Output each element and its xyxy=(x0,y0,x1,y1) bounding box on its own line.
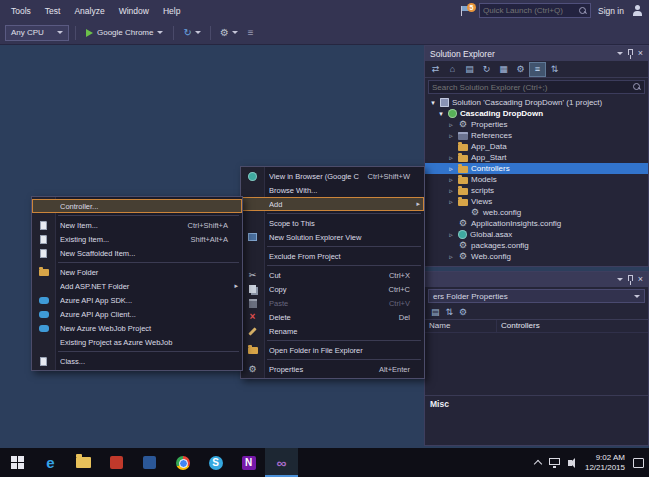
preview-selected-icon[interactable]: ≡ xyxy=(530,63,545,76)
network-icon[interactable] xyxy=(549,458,560,465)
taskbar-app-blue[interactable] xyxy=(133,448,166,477)
tree-item-app-data[interactable]: App_Data xyxy=(425,141,648,152)
tree-item-views[interactable]: ▹ Views xyxy=(425,196,648,207)
taskbar-onenote[interactable]: N xyxy=(232,448,265,477)
taskbar-chrome[interactable] xyxy=(166,448,199,477)
close-icon[interactable]: × xyxy=(638,275,643,284)
back-icon[interactable]: ⇄ xyxy=(428,63,443,76)
alphabetical-icon[interactable]: ⇅ xyxy=(446,307,454,317)
refresh-button[interactable]: ↻ xyxy=(180,25,203,41)
properties-titlebar[interactable]: × xyxy=(425,272,648,287)
menu-window[interactable]: Window xyxy=(112,2,156,20)
menu-tools[interactable]: Tools xyxy=(4,2,38,20)
taskbar-clock[interactable]: 9:02 AM 12/21/2015 xyxy=(585,453,625,472)
scope-icon[interactable]: ▤ xyxy=(462,63,477,76)
menu-help[interactable]: Help xyxy=(156,2,187,20)
properties-icon[interactable]: ⚙ xyxy=(513,63,528,76)
menu-item-paste[interactable]: Paste Ctrl+V xyxy=(241,296,424,310)
menu-item-browse-with[interactable]: Browse With... xyxy=(241,183,424,197)
action-center-icon[interactable] xyxy=(633,458,644,468)
expander-icon[interactable]: ▹ xyxy=(447,121,455,129)
expander-icon[interactable]: ▹ xyxy=(447,187,455,195)
tree-item-controllers[interactable]: ▹ Controllers xyxy=(425,163,648,174)
expander-icon[interactable]: ▹ xyxy=(447,253,455,261)
tree-item-solution[interactable]: ▾ Solution 'Cascading DropDown' (1 proje… xyxy=(425,97,648,108)
taskbar-visual-studio[interactable]: ∞ xyxy=(265,448,298,477)
tree-item-scripts[interactable]: ▹ scripts xyxy=(425,185,648,196)
collapse-all-icon[interactable]: ▦ xyxy=(496,63,511,76)
expander-icon[interactable]: ▹ xyxy=(447,154,455,162)
menu-item-open-folder-in-file-explorer[interactable]: Open Folder in File Explorer xyxy=(241,343,424,357)
taskbar-app-red[interactable] xyxy=(100,448,133,477)
submenu-item-class[interactable]: Class... xyxy=(32,354,242,368)
menu-analyze[interactable]: Analyze xyxy=(67,2,111,20)
submenu-item-controller[interactable]: Controller... xyxy=(32,199,242,213)
run-button[interactable]: Google Chrome xyxy=(82,25,167,41)
tree-item-app-start[interactable]: ▹ App_Start xyxy=(425,152,648,163)
submenu-item-existing-project-as-azure-webjob[interactable]: Existing Project as Azure WebJob xyxy=(32,335,242,349)
notifications-flag-icon[interactable]: 5 xyxy=(460,5,472,17)
submenu-item-new-item[interactable]: New Item... Ctrl+Shift+A xyxy=(32,218,242,232)
platform-dropdown[interactable]: Any CPU xyxy=(5,25,69,41)
user-avatar-icon[interactable] xyxy=(631,4,644,17)
expander-icon[interactable]: ▹ xyxy=(447,231,455,239)
sign-in-link[interactable]: Sign in xyxy=(598,6,624,16)
solution-explorer-titlebar[interactable]: Solution Explorer × xyxy=(425,46,648,61)
expander-icon[interactable]: ▹ xyxy=(447,132,455,140)
pin-icon[interactable] xyxy=(628,49,633,55)
tree-item-references[interactable]: ▹ References xyxy=(425,130,648,141)
pin-icon[interactable] xyxy=(628,275,633,281)
window-position-icon[interactable] xyxy=(617,52,623,55)
toolbar-options-button[interactable]: ≡ xyxy=(245,25,257,41)
expander-icon[interactable]: ▹ xyxy=(447,165,455,173)
menu-item-cut[interactable]: ✂ Cut Ctrl+X xyxy=(241,268,424,282)
tree-item-packages-config[interactable]: ⚙ packages.config xyxy=(425,240,648,251)
menu-item-new-solution-explorer-view[interactable]: New Solution Explorer View xyxy=(241,230,424,244)
tree-item-web-config-lower[interactable]: ⚙ web.config xyxy=(425,207,648,218)
submenu-item-azure-api-app-client[interactable]: Azure API App Client... xyxy=(32,307,242,321)
window-position-icon[interactable] xyxy=(617,278,623,281)
tree-item-models[interactable]: ▹ Models xyxy=(425,174,648,185)
property-row-name[interactable]: Name Controllers xyxy=(425,320,648,333)
menu-item-properties[interactable]: ⚙ Properties Alt+Enter xyxy=(241,362,424,376)
close-icon[interactable]: × xyxy=(638,49,643,58)
tree-item-properties[interactable]: ▹ ⚙ Properties xyxy=(425,119,648,130)
tree-item-project[interactable]: ▾ Cascading DropDown xyxy=(425,108,648,119)
menu-item-view-in-browser[interactable]: View in Browser (Google Chrome) Ctrl+Shi… xyxy=(241,169,424,183)
tree-item-global-asax[interactable]: ▹ Global.asax xyxy=(425,229,648,240)
start-button[interactable] xyxy=(0,448,34,477)
tree-item-applicationinsights-config[interactable]: ⚙ ApplicationInsights.config xyxy=(425,218,648,229)
tools-button[interactable]: ⚙ xyxy=(217,25,241,41)
menu-item-rename[interactable]: Rename xyxy=(241,324,424,338)
quick-launch-box[interactable] xyxy=(479,3,591,18)
menu-item-copy[interactable]: Copy Ctrl+C xyxy=(241,282,424,296)
menu-item-exclude-from-project[interactable]: Exclude From Project xyxy=(241,249,424,263)
taskbar-skype[interactable]: S xyxy=(199,448,232,477)
submenu-item-new-folder[interactable]: New Folder xyxy=(32,265,242,279)
categorized-icon[interactable]: ▤ xyxy=(431,307,440,317)
submenu-item-azure-api-app-sdk[interactable]: Azure API App SDK... xyxy=(32,293,242,307)
properties-object-dropdown[interactable]: ers Folder Properties xyxy=(428,289,645,303)
expander-icon[interactable]: ▾ xyxy=(437,110,445,118)
show-hidden-icons-chevron[interactable] xyxy=(534,460,542,468)
property-pages-icon[interactable]: ⚙ xyxy=(459,307,467,317)
tree-item-web-config[interactable]: ▹ ⚙ Web.config xyxy=(425,251,648,262)
menu-item-add[interactable]: Add ▸ xyxy=(241,197,424,211)
menu-item-delete[interactable]: × Delete Del xyxy=(241,310,424,324)
submenu-item-existing-item[interactable]: Existing Item... Shift+Alt+A xyxy=(32,232,242,246)
expander-icon[interactable]: ▾ xyxy=(429,99,437,107)
home-icon[interactable]: ⌂ xyxy=(445,63,460,76)
taskbar-edge[interactable]: e xyxy=(34,448,67,477)
submenu-item-add-aspnet-folder[interactable]: Add ASP.NET Folder ▸ xyxy=(32,279,242,293)
solution-search-input[interactable] xyxy=(432,83,630,92)
solution-search-box[interactable] xyxy=(428,80,645,94)
menu-item-scope-to-this[interactable]: Scope to This xyxy=(241,216,424,230)
taskbar-file-explorer[interactable] xyxy=(67,448,100,477)
expander-icon[interactable]: ▹ xyxy=(447,198,455,206)
submenu-item-new-scaffolded-item[interactable]: New Scaffolded Item... xyxy=(32,246,242,260)
sync-active-icon[interactable]: ⇅ xyxy=(547,63,562,76)
speaker-icon[interactable] xyxy=(568,460,572,466)
expander-icon[interactable]: ▹ xyxy=(447,176,455,184)
quick-launch-input[interactable] xyxy=(483,6,576,15)
refresh-icon[interactable]: ↻ xyxy=(479,63,494,76)
